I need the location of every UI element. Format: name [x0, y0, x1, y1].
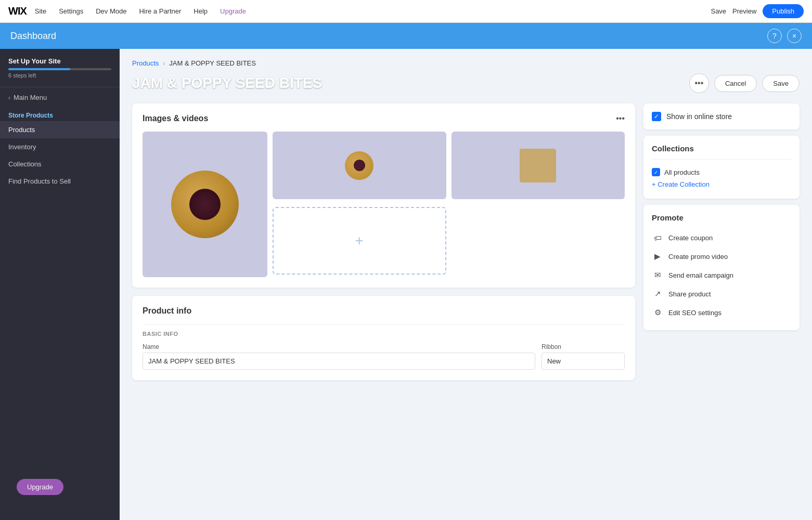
sidebar-item-products-label: Products: [8, 126, 35, 134]
top-bar: WIX Site Settings Dev Mode Hire a Partne…: [0, 0, 812, 23]
cookie-main-shape: [171, 171, 239, 238]
content-side: Show in online store Collections All pro…: [643, 103, 800, 380]
nav-help[interactable]: Help: [194, 7, 208, 15]
send-email-label: Send email campaign: [668, 271, 733, 279]
add-image-button[interactable]: +: [273, 207, 446, 275]
dashboard-body: Set Up Your Site 6 steps left ‹ Main Men…: [0, 49, 812, 520]
sidebar-item-collections[interactable]: Collections: [0, 155, 120, 173]
breadcrumb-parent[interactable]: Products: [132, 59, 159, 67]
all-products-checkbox[interactable]: [652, 168, 660, 176]
product-title: JAM & POPPY SEED BITES: [132, 75, 322, 92]
promote-title: Promote: [652, 213, 791, 222]
promote-item-seo[interactable]: ⚙ Edit SEO settings: [652, 303, 791, 322]
sidebar-item-inventory[interactable]: Inventory: [0, 138, 120, 155]
promo-video-icon: ▶: [652, 251, 663, 262]
breadcrumb-current: JAM & POPPY SEED BITES: [169, 59, 256, 67]
create-coupon-label: Create coupon: [668, 234, 713, 242]
create-promo-video-label: Create promo video: [668, 253, 728, 261]
create-collection-button[interactable]: + Create Collection: [652, 178, 791, 190]
basic-info-label: BASIC INFO: [143, 331, 625, 337]
dashboard-title: Dashboard: [10, 31, 56, 42]
cookie-small-shape: [345, 151, 373, 180]
main-content: Products › JAM & POPPY SEED BITES JAM & …: [120, 49, 812, 520]
dashboard: Dashboard ? × Set Up Your Site 6 steps l…: [0, 23, 812, 520]
coupon-icon: 🏷: [652, 232, 663, 243]
store-products-label: Store Products: [0, 108, 120, 121]
email-icon: ✉: [652, 269, 663, 281]
online-store-checkbox[interactable]: [652, 112, 661, 121]
main-product-image[interactable]: [143, 132, 267, 277]
online-store-checkbox-row: Show in online store: [652, 112, 791, 121]
dashboard-close-button[interactable]: ×: [787, 29, 802, 43]
product-more-button[interactable]: •••: [689, 73, 709, 93]
sidebar-find-products[interactable]: Find Products to Sell: [0, 173, 120, 190]
divider: [143, 324, 625, 324]
dashboard-header: Dashboard ? ×: [0, 23, 812, 49]
images-grid: +: [143, 132, 625, 277]
form-row-name-ribbon: Name Ribbon: [143, 343, 625, 370]
online-store-label: Show in online store: [666, 112, 732, 121]
all-products-collection-item: All products: [652, 166, 791, 178]
dashboard-header-actions: ? ×: [767, 29, 802, 43]
content-main: Images & videos •••: [132, 103, 635, 380]
product-info-title: Product info: [143, 306, 191, 316]
collections-title: Collections: [652, 144, 791, 153]
online-store-card: Show in online store: [643, 103, 800, 129]
topbar-actions: Save Preview Publish: [711, 4, 804, 18]
sidebar-back-button[interactable]: ‹ Main Menu: [0, 87, 120, 108]
product-header: JAM & POPPY SEED BITES ••• Cancel Save: [132, 73, 800, 93]
nav-devmode[interactable]: Dev Mode: [96, 7, 126, 15]
sidebar-upgrade-button[interactable]: Upgrade: [17, 479, 63, 495]
ribbon-field-group: Ribbon: [542, 343, 625, 370]
progress-bar: [8, 68, 111, 70]
ribbon-input[interactable]: [542, 353, 625, 370]
product-save-button[interactable]: Save: [762, 75, 800, 92]
share-product-label: Share product: [668, 290, 711, 298]
dashboard-help-button[interactable]: ?: [767, 29, 782, 43]
product-info-card: Product info BASIC INFO Name Ribbon: [132, 296, 635, 380]
topbar-save-button[interactable]: Save: [711, 7, 726, 15]
sidebar: Set Up Your Site 6 steps left ‹ Main Men…: [0, 49, 120, 520]
all-products-label: All products: [664, 168, 700, 176]
secondary-product-image-1[interactable]: [273, 132, 446, 199]
nav-site[interactable]: Site: [35, 7, 46, 15]
images-more-button[interactable]: •••: [616, 114, 625, 123]
collections-divider: [652, 159, 791, 160]
setup-title: Set Up Your Site: [8, 57, 111, 65]
nav-settings[interactable]: Settings: [59, 7, 83, 15]
content-layout: Images & videos •••: [132, 103, 800, 380]
images-card: Images & videos •••: [132, 103, 635, 288]
edit-seo-label: Edit SEO settings: [668, 309, 721, 317]
topbar-preview-button[interactable]: Preview: [732, 7, 756, 15]
promote-item-share[interactable]: ↗ Share product: [652, 284, 791, 303]
box-shape: [520, 149, 556, 183]
top-nav: Site Settings Dev Mode Hire a Partner He…: [35, 7, 711, 15]
images-title: Images & videos: [143, 114, 208, 123]
promote-item-promo-video[interactable]: ▶ Create promo video: [652, 247, 791, 266]
steps-left: 6 steps left: [8, 72, 111, 79]
back-arrow-icon: ‹: [8, 94, 10, 101]
images-card-header: Images & videos •••: [143, 114, 625, 123]
secondary-product-image-2[interactable]: [452, 132, 625, 199]
product-header-actions: ••• Cancel Save: [689, 73, 800, 93]
breadcrumb: Products › JAM & POPPY SEED BITES: [132, 59, 800, 67]
nav-hire[interactable]: Hire a Partner: [139, 7, 181, 15]
sidebar-item-collections-label: Collections: [8, 160, 42, 168]
name-input[interactable]: [143, 353, 535, 370]
promote-item-coupon[interactable]: 🏷 Create coupon: [652, 228, 791, 247]
share-icon: ↗: [652, 288, 663, 300]
promote-card: Promote 🏷 Create coupon ▶ Create promo v…: [643, 205, 800, 330]
product-info-header: Product info: [143, 306, 625, 316]
topbar-publish-button[interactable]: Publish: [763, 4, 804, 18]
back-label: Main Menu: [14, 94, 47, 101]
sidebar-item-inventory-label: Inventory: [8, 143, 36, 151]
wix-logo: WIX: [8, 5, 27, 17]
promote-item-email[interactable]: ✉ Send email campaign: [652, 266, 791, 284]
sidebar-item-products[interactable]: Products: [0, 121, 120, 138]
nav-upgrade[interactable]: Upgrade: [220, 7, 246, 15]
collections-card: Collections All products + Create Collec…: [643, 136, 800, 199]
progress-fill: [8, 68, 70, 70]
seo-icon: ⚙: [652, 307, 663, 318]
ribbon-label: Ribbon: [542, 343, 625, 350]
product-cancel-button[interactable]: Cancel: [714, 75, 757, 92]
